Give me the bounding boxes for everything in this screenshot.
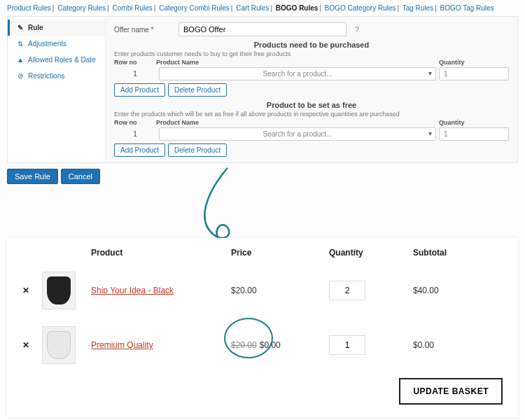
tab-combi-rules[interactable]: Combi Rules [113,4,153,12]
purchase-delete-product-button[interactable]: Delete Product [168,83,227,97]
purchase-table-head: Row no Product Name Quantity [114,59,509,66]
product-thumbnail[interactable] [42,326,76,364]
free-delete-product-button[interactable]: Delete Product [168,144,227,157]
col-product: Product [91,248,231,258]
free-section-title: Product to be set as free [114,101,509,109]
sidebar: ✎ Rule ⇅ Adjustments ▲ Allowed Roles & D… [8,17,106,162]
free-qty-input[interactable] [439,127,509,141]
free-product-select[interactable]: Search for a product... [159,127,436,141]
sidebar-item-label: Restrictions [28,72,64,80]
price-strike: $20.00 [231,340,257,350]
remove-item-button[interactable]: ✕ [22,286,42,295]
purchase-add-product-button[interactable]: Add Product [114,83,165,97]
free-table-head: Row no Product Name Quantity [114,119,509,126]
free-row: 1 Search for a product... [114,127,509,141]
tab-category-rules[interactable]: Category Rules [57,4,106,12]
price-value: $0.00 [260,340,281,350]
purchase-row-number: 1 [114,67,156,80]
rule-editor-panel: ✎ Rule ⇅ Adjustments ▲ Allowed Roles & D… [7,16,518,163]
pencil-icon: ✎ [17,24,24,31]
price-cell: $20.00 [231,286,329,295]
rule-type-tabs: Product Rules| Category Rules| Combi Rul… [0,0,525,13]
cancel-button[interactable]: Cancel [61,169,100,184]
highlight-circle [224,318,273,358]
col-rowno: Row no [114,119,156,126]
product-link[interactable]: Premium Quality [91,340,153,350]
price-value: $20.00 [231,286,257,295]
product-link[interactable]: Ship Your Idea - Black [91,286,174,295]
col-price: Price [231,248,329,258]
col-subtotal: Subtotal [413,248,503,258]
purchase-hint: Enter products customer needs to buy to … [114,50,509,57]
offer-name-input[interactable] [178,22,346,36]
help-icon[interactable]: ? [355,25,359,34]
free-hint: Enter the products which will be set as … [114,111,509,118]
tab-bogo-category-rules[interactable]: BOGO Category Rules [325,4,396,12]
free-add-product-button[interactable]: Add Product [114,144,165,157]
col-product: Product Name [156,119,439,126]
purchase-section-title: Products need to be purchased [114,41,509,49]
quantity-input[interactable] [329,335,365,355]
tab-bogo-rules[interactable]: BOGO Rules [276,4,318,12]
offer-name-label: Offer name * [114,26,170,34]
save-rule-button[interactable]: Save Rule [7,169,58,184]
purchase-product-select[interactable]: Search for a product... [159,67,436,80]
update-basket-button[interactable]: UPDATE BASKET [399,378,503,405]
purchase-qty-input[interactable] [439,67,509,80]
sidebar-item-label: Rule [28,24,43,31]
rule-content: Offer name * ? Products need to be purch… [106,17,517,162]
col-quantity: Quantity [329,248,413,258]
sidebar-item-adjustments[interactable]: ⇅ Adjustments [8,36,105,52]
col-qty: Quantity [439,59,509,66]
tab-tag-rules[interactable]: Tag Rules [402,4,433,12]
tab-product-rules[interactable]: Product Rules [7,4,51,12]
sidebar-item-allowed-roles-date[interactable]: ▲ Allowed Roles & Date [8,52,105,68]
subtotal-value: $40.00 [413,286,503,295]
tab-bogo-tag-rules[interactable]: BOGO Tag Rules [440,4,494,12]
adjustments-icon: ⇅ [17,40,24,48]
sidebar-item-rule[interactable]: ✎ Rule [8,20,105,36]
tab-category-combi-rules[interactable]: Category Combi Rules [159,4,230,12]
col-rowno: Row no [114,59,156,66]
sidebar-item-label: Allowed Roles & Date [28,56,96,64]
subtotal-value: $0.00 [413,340,503,350]
cart-head: Product Price Quantity Subtotal [22,248,503,263]
free-row-number: 1 [114,127,156,141]
product-thumbnail[interactable] [42,272,76,309]
remove-item-button[interactable]: ✕ [22,340,42,350]
cart-row: ✕ Ship Your Idea - Black $20.00 $40.00 [22,263,503,318]
col-qty: Quantity [439,119,509,126]
offer-name-row: Offer name * ? [114,22,509,36]
sidebar-item-restrictions[interactable]: ⊘ Restrictions [8,68,105,84]
price-cell: $20.00$0.00 [231,340,329,350]
tab-cart-rules[interactable]: Cart Rules [236,4,269,12]
cart-row: ✕ Premium Quality $20.00$0.00 $0.00 [22,318,503,372]
roles-icon: ▲ [17,56,24,64]
sidebar-item-label: Adjustments [28,40,66,48]
cart-preview: Product Price Quantity Subtotal ✕ Ship Y… [7,238,518,417]
purchase-row: 1 Search for a product... [114,67,509,80]
footer-buttons: Save Rule Cancel [7,169,518,184]
quantity-input[interactable] [329,281,365,300]
col-product: Product Name [156,59,439,66]
restrictions-icon: ⊘ [17,72,24,80]
